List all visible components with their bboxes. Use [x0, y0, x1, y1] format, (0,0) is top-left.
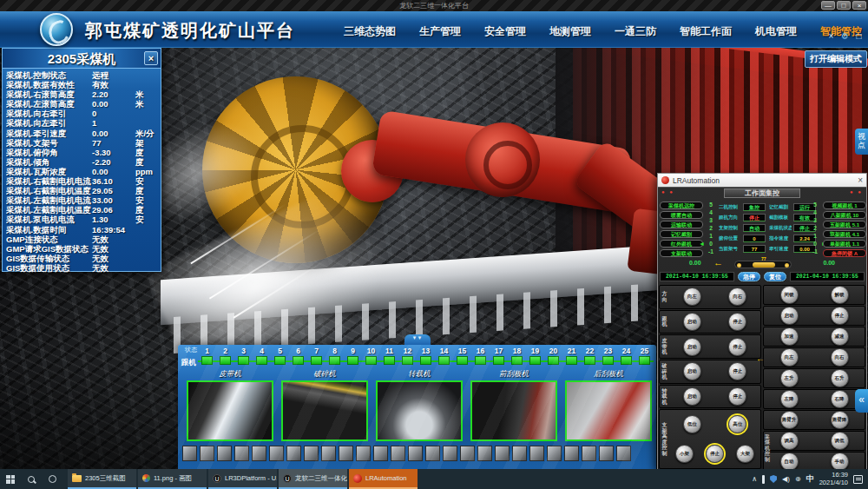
task-view-button[interactable]: [42, 469, 62, 489]
thumbnail[interactable]: [564, 446, 579, 461]
device-button[interactable]: 解锁: [831, 286, 849, 304]
mode-pill-button[interactable]: 运输联动: [660, 221, 703, 228]
start-button[interactable]: [0, 469, 21, 489]
mode-pill-button[interactable]: 红外跟机: [660, 240, 703, 248]
support-status-cell[interactable]: [562, 356, 581, 367]
nav-item[interactable]: 智能工作面: [680, 24, 732, 39]
device-button[interactable]: 左降: [780, 390, 799, 408]
device-button[interactable]: 摇臂升: [780, 411, 799, 429]
thumbnail[interactable]: [391, 446, 405, 461]
support-status-cell[interactable]: [617, 356, 635, 367]
camera-feed[interactable]: 转载机: [376, 369, 463, 441]
support-status-cell[interactable]: [581, 356, 599, 367]
mode-pill-button[interactable]: 双架跟机 4.1: [823, 230, 866, 238]
camera-feed[interactable]: 破碎机: [281, 369, 368, 441]
speaker-icon[interactable]: ◀): [782, 475, 790, 483]
search-button[interactable]: [21, 469, 42, 489]
support-status-cell[interactable]: [271, 356, 289, 367]
shearer-position-slider[interactable]: 77: [734, 261, 792, 268]
support-status-cell[interactable]: [490, 356, 508, 367]
support-status-cell[interactable]: [435, 356, 453, 367]
ime-indicator[interactable]: 中: [806, 473, 814, 485]
device-button[interactable]: 停止: [728, 387, 746, 406]
nav-item[interactable]: 安全管理: [484, 24, 526, 39]
thumbnail[interactable]: [182, 446, 197, 461]
device-button[interactable]: 小架: [675, 445, 694, 463]
nav-item[interactable]: 机电管理: [755, 24, 797, 39]
mode-pill-button[interactable]: 急停闭锁 A: [823, 249, 866, 257]
device-button[interactable]: 减速: [831, 327, 849, 346]
device-button[interactable]: 启动: [683, 387, 701, 406]
device-button[interactable]: 启动: [683, 313, 701, 331]
mode-pill-button[interactable]: 视频跟机 1: [823, 202, 866, 209]
camera-image[interactable]: [565, 380, 652, 441]
window-icon[interactable]: □: [853, 30, 865, 42]
nav-item[interactable]: 生产管理: [419, 24, 461, 39]
maximize-button[interactable]: □: [837, 1, 851, 10]
device-button[interactable]: 向右: [728, 287, 746, 306]
device-button[interactable]: 摇臂降: [831, 411, 849, 429]
thumbnail[interactable]: [408, 446, 423, 461]
thumbnail[interactable]: [582, 446, 596, 461]
support-status-cell[interactable]: [526, 356, 544, 367]
close-button[interactable]: ×: [852, 1, 866, 10]
viewpoint-tab[interactable]: 视点: [855, 129, 868, 155]
camera-image[interactable]: [376, 380, 463, 441]
device-button[interactable]: 停止: [831, 307, 849, 325]
mode-pill-button[interactable]: 五架跟机 5.1: [823, 221, 866, 228]
mode-pill-button[interactable]: 单架跟机 1.1: [823, 240, 866, 248]
device-button[interactable]: 闭锁: [780, 286, 799, 304]
thumbnail[interactable]: [443, 446, 457, 461]
device-button[interactable]: 高位: [728, 415, 746, 433]
device-button[interactable]: 向右: [831, 348, 849, 367]
notification-center-icon[interactable]: [853, 475, 863, 484]
camera-image[interactable]: [187, 380, 273, 441]
support-status-cell[interactable]: [453, 356, 471, 367]
defender-shield-icon[interactable]: [770, 475, 777, 483]
estop-button[interactable]: 急停: [738, 272, 760, 281]
thumbnail[interactable]: [529, 446, 544, 461]
support-status-cell[interactable]: [417, 356, 435, 367]
camera-feed[interactable]: 后刮板机: [565, 369, 652, 441]
support-status-cell[interactable]: [289, 356, 307, 367]
device-button[interactable]: 大架: [736, 445, 754, 463]
thumbnail[interactable]: [599, 446, 614, 461]
support-status-cell[interactable]: [635, 356, 654, 367]
device-button[interactable]: 右降: [831, 390, 849, 408]
support-status-cell[interactable]: [198, 356, 216, 367]
taskbar-item[interactable]: ULR3DPlatform - U...: [208, 469, 277, 489]
device-button[interactable]: 启动: [780, 307, 799, 325]
thumbnail[interactable]: [547, 446, 562, 461]
support-status-cell[interactable]: [362, 356, 380, 367]
pen-icon[interactable]: [762, 475, 765, 484]
lrautomation-titlebar[interactable]: LRAutomation ×: [658, 174, 866, 187]
device-button[interactable]: 加速: [780, 327, 799, 346]
device-button[interactable]: 停止: [728, 338, 746, 356]
thumbnail[interactable]: [339, 446, 353, 461]
support-status-cell[interactable]: [544, 356, 562, 367]
mode-pill-button[interactable]: 喷雾自动: [660, 211, 703, 219]
camera-image[interactable]: [470, 380, 557, 441]
support-status-cell[interactable]: [216, 356, 234, 367]
minimize-button[interactable]: —: [821, 1, 835, 10]
panel-close-button[interactable]: ×: [144, 51, 158, 65]
thumbnail[interactable]: [321, 446, 336, 461]
device-button[interactable]: 左升: [780, 369, 799, 387]
thumbnail[interactable]: [512, 446, 527, 461]
mode-pill-button[interactable]: 采煤机远控: [660, 202, 703, 209]
device-button[interactable]: 手动: [831, 453, 849, 471]
thumbnail[interactable]: [234, 446, 249, 461]
device-button[interactable]: 启动: [683, 362, 701, 380]
device-button[interactable]: 停止: [706, 445, 724, 463]
device-button[interactable]: 停止: [728, 313, 746, 331]
support-status-cell[interactable]: [253, 356, 271, 367]
device-button[interactable]: 向左: [780, 348, 799, 367]
camera-feed[interactable]: 皮带机: [187, 369, 273, 441]
taskbar-item[interactable]: LRAutomation: [349, 469, 418, 489]
device-button[interactable]: 右升: [831, 369, 849, 387]
thumbnail[interactable]: [217, 446, 232, 461]
device-button[interactable]: 启动: [683, 338, 701, 356]
network-icon[interactable]: ⊕: [795, 475, 801, 483]
thumbnail[interactable]: [356, 446, 371, 461]
support-status-cell[interactable]: [234, 356, 253, 367]
